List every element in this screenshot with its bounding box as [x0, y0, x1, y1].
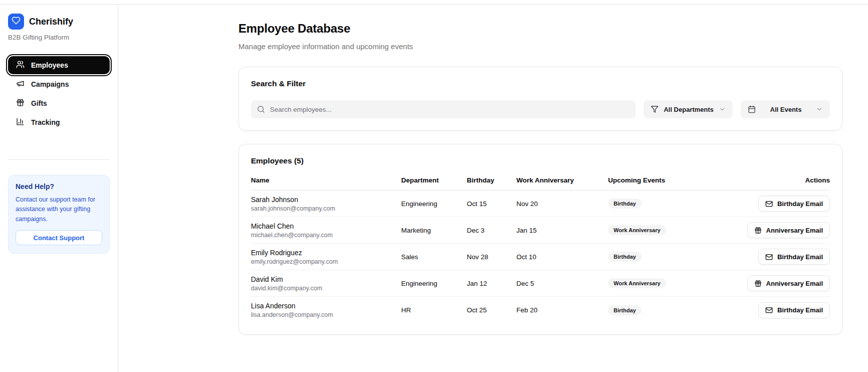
- employee-name-cell: Sarah Johnson sarah.johnson@company.com: [251, 196, 401, 212]
- mail-icon: [765, 253, 773, 261]
- sidebar-nav: Employees Campaigns Gifts Tracking: [8, 56, 110, 131]
- action-button-label: Anniversary Email: [766, 280, 823, 287]
- action-button-label: Anniversary Email: [766, 227, 823, 234]
- birthday-email-button[interactable]: Birthday Email: [758, 249, 830, 265]
- sidebar: Cherishify B2B Gifting Platform Employee…: [0, 5, 118, 372]
- help-card: Need Help? Contact our support team for …: [8, 175, 110, 254]
- birthday-email-button[interactable]: Birthday Email: [758, 196, 830, 212]
- table-row: Emily Rodriguez emily.rodriguez@company.…: [251, 244, 830, 270]
- sidebar-item-tracking[interactable]: Tracking: [8, 113, 110, 131]
- megaphone-icon: [16, 79, 25, 89]
- chevron-down-icon: [816, 106, 823, 113]
- sidebar-item-label: Campaigns: [31, 80, 69, 88]
- gift-icon: [754, 280, 762, 287]
- action-button-label: Birthday Email: [777, 200, 823, 208]
- chevron-down-icon: [719, 106, 726, 113]
- event-filter-select[interactable]: All Events: [741, 100, 830, 118]
- employee-birthday: Jan 12: [467, 280, 516, 287]
- department-filter-select[interactable]: All Departments: [644, 100, 733, 118]
- employee-department: HR: [401, 306, 467, 314]
- event-badge: Work Anniversary: [608, 225, 666, 235]
- gift-icon: [754, 227, 762, 234]
- employee-name: Emily Rodriguez: [251, 249, 401, 257]
- employee-email: david.kim@company.com: [251, 285, 401, 292]
- employee-anniversary: Dec 5: [516, 280, 608, 287]
- department-filter-value: All Departments: [664, 106, 714, 113]
- event-badge: Birthday: [608, 252, 642, 262]
- search-filter-title: Search & Filter: [251, 79, 830, 88]
- main-content: Employee Database Manage employee inform…: [118, 5, 868, 372]
- employee-actions-cell: Anniversary Email: [730, 222, 830, 238]
- employee-department: Sales: [401, 253, 467, 261]
- employee-name-cell: Lisa Anderson lisa.anderson@company.com: [251, 302, 401, 318]
- anniversary-email-button[interactable]: Anniversary Email: [747, 222, 830, 238]
- employee-name-cell: David Kim david.kim@company.com: [251, 275, 401, 292]
- help-card-body: Contact our support team for assistance …: [16, 195, 102, 224]
- employee-event-cell: Birthday: [608, 199, 730, 209]
- column-header-actions: Actions: [730, 176, 830, 184]
- employee-event-cell: Work Anniversary: [608, 278, 730, 288]
- employee-name: Sarah Johnson: [251, 196, 401, 204]
- top-spacer: [0, 0, 868, 4]
- search-filter-card: Search & Filter All Departments All Even…: [238, 67, 842, 131]
- app-root: Cherishify B2B Gifting Platform Employee…: [0, 5, 868, 372]
- employee-anniversary: Oct 10: [516, 253, 608, 261]
- brand-name: Cherishify: [29, 17, 73, 27]
- sidebar-divider: [8, 159, 110, 160]
- employee-name: David Kim: [251, 275, 401, 283]
- employee-email: emily.rodriguez@company.com: [251, 258, 401, 265]
- employee-actions-cell: Anniversary Email: [730, 275, 830, 291]
- table-row: Michael Chen michael.chen@company.com Ma…: [251, 217, 830, 244]
- employee-actions-cell: Birthday Email: [730, 302, 830, 318]
- column-header-name: Name: [251, 176, 401, 184]
- employee-event-cell: Work Anniversary: [608, 225, 730, 235]
- employee-event-cell: Birthday: [608, 252, 730, 262]
- anniversary-email-button[interactable]: Anniversary Email: [747, 275, 830, 291]
- gift-icon: [16, 98, 25, 108]
- table-header-row: Name Department Birthday Work Anniversar…: [251, 176, 830, 191]
- employee-name-cell: Michael Chen michael.chen@company.com: [251, 222, 401, 239]
- employee-department: Engineering: [401, 280, 467, 287]
- event-badge: Work Anniversary: [608, 278, 666, 288]
- employee-birthday: Dec 3: [467, 227, 516, 234]
- mail-icon: [765, 306, 773, 314]
- sidebar-item-campaigns[interactable]: Campaigns: [8, 75, 110, 93]
- employee-name-cell: Emily Rodriguez emily.rodriguez@company.…: [251, 249, 401, 265]
- employee-event-cell: Birthday: [608, 305, 730, 315]
- employee-name: Lisa Anderson: [251, 302, 401, 310]
- column-header-birthday: Birthday: [467, 176, 516, 184]
- employees-card: Employees (5) Name Department Birthday W…: [238, 144, 842, 335]
- search-input[interactable]: [251, 100, 636, 118]
- bar-chart-icon: [16, 117, 25, 127]
- employee-name: Michael Chen: [251, 222, 401, 230]
- birthday-email-button[interactable]: Birthday Email: [758, 302, 830, 318]
- event-badge: Birthday: [608, 305, 642, 315]
- mail-icon: [765, 200, 773, 208]
- sidebar-item-label: Tracking: [31, 118, 60, 126]
- filter-icon: [651, 105, 659, 113]
- employee-anniversary: Feb 20: [516, 306, 608, 314]
- employee-email: sarah.johnson@company.com: [251, 205, 401, 212]
- employee-actions-cell: Birthday Email: [730, 196, 830, 212]
- employee-birthday: Oct 25: [467, 306, 516, 314]
- sidebar-item-employees[interactable]: Employees: [8, 56, 110, 74]
- sidebar-item-label: Employees: [31, 61, 68, 69]
- sidebar-item-label: Gifts: [31, 99, 47, 107]
- sidebar-item-gifts[interactable]: Gifts: [8, 94, 110, 112]
- filter-row: All Departments All Events: [251, 100, 830, 118]
- brand: Cherishify: [8, 14, 110, 30]
- event-filter-value: All Events: [761, 106, 811, 113]
- employee-department: Engineering: [401, 200, 467, 208]
- users-icon: [16, 60, 25, 70]
- contact-support-button[interactable]: Contact Support: [16, 230, 102, 245]
- employee-department: Marketing: [401, 227, 467, 234]
- heart-icon: [12, 16, 21, 27]
- column-header-anniversary: Work Anniversary: [516, 176, 608, 184]
- column-header-department: Department: [401, 176, 467, 184]
- employee-birthday: Nov 28: [467, 253, 516, 261]
- table-row: David Kim david.kim@company.com Engineer…: [251, 270, 830, 297]
- employee-birthday: Oct 15: [467, 200, 516, 208]
- help-card-title: Need Help?: [16, 182, 102, 191]
- table-row: Sarah Johnson sarah.johnson@company.com …: [251, 191, 830, 217]
- search-field-wrap: [251, 100, 636, 118]
